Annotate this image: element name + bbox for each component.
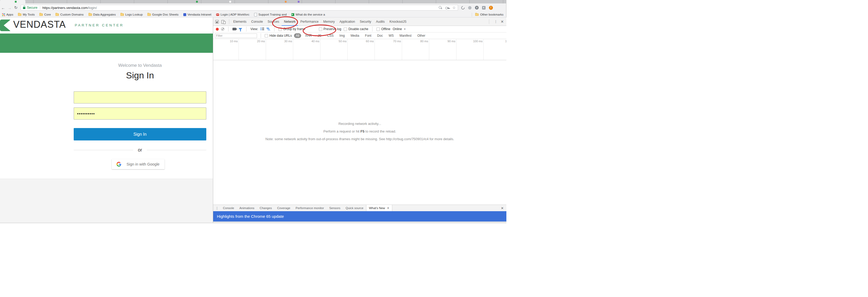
drawer-close-icon[interactable]: ✕ [501,206,504,210]
folder-icon [39,13,43,16]
throttling-dropdown[interactable]: Online▼ [393,27,406,31]
secure-label: Secure [27,6,37,9]
zoom-icon[interactable] [438,6,442,9]
devtools-menu-icon[interactable]: ⋮ [494,20,497,24]
bookmark-label: Support Training and [258,13,287,16]
bookmark-label: Apps [6,13,13,16]
drawer-tab-console[interactable]: Console [220,205,237,211]
drawer-tab-coverage[interactable]: Coverage [275,205,293,211]
browser-tab-strip[interactable] [0,0,506,3]
drawer-tab-changes[interactable]: Changes [257,205,275,211]
large-rows-icon[interactable] [260,28,264,31]
drawer-tab-animations[interactable]: Animations [237,205,257,211]
toolbar-divider [274,27,275,31]
filter-pill-img[interactable]: Img [338,33,347,38]
tab-security[interactable]: Security [358,18,373,26]
tab-audits[interactable]: Audits [373,18,387,26]
bookmark-label: My Tools [23,13,35,16]
drawer-tab-quick-source[interactable]: Quick source [343,205,366,211]
brand-name: VENDASTA [13,19,66,30]
filter-pill-media[interactable]: Media [349,33,361,38]
password-key-icon[interactable] [445,6,449,9]
bookmark-adp-login[interactable]: ADPLogin | ADP Workforc [216,13,249,16]
record-icon[interactable] [216,28,219,31]
ruler-tick: 10 ms [213,39,239,60]
drawer-menu-icon[interactable]: ⋮ [215,206,219,210]
drawer-tab-performance-monitor[interactable]: Performance monitor [293,205,327,211]
profile-avatar[interactable]: ! [489,6,493,10]
filter-pill-ws[interactable]: WS [387,33,396,38]
filter-pill-other[interactable]: Other [415,33,427,38]
ruler-tick: 90 ms [429,39,457,60]
folder-icon [18,13,21,16]
bookmark-apps[interactable]: Apps [2,13,13,16]
overview-icon[interactable] [267,28,270,31]
vendasta-extension-icon[interactable]: V [475,6,478,9]
address-bar[interactable]: Secure https://partners.vendasta.com /lo… [21,5,458,10]
devtools-panel: Elements Console Sources Network Perform… [213,18,506,223]
device-toolbar-icon[interactable] [221,19,226,24]
bookmark-label: Custom Domains [60,13,84,16]
filter-input[interactable] [215,34,257,38]
bookmark-my-tools[interactable]: My Tools [18,13,35,16]
browser-toolbar: ← → ↻ Secure https://partners.vendasta.c… [0,3,506,12]
gray-extension-icon[interactable] [468,6,471,9]
tab-console[interactable]: Console [249,18,265,26]
clear-icon[interactable] [221,28,224,31]
filter-pill-manifest[interactable]: Manifest [398,33,413,38]
k-extension-icon[interactable]: K [482,6,486,9]
filter-pill-doc[interactable]: Doc [375,33,384,38]
drawer-tab-sensors[interactable]: Sensors [327,205,343,211]
f5-key-label: F5 [361,129,365,133]
active-browser-tab[interactable] [0,0,25,3]
offline-checkbox[interactable]: Offline [376,27,390,31]
inspect-element-icon[interactable] [215,19,219,24]
bookmark-label: Logs Lookup [125,13,143,16]
or-divider: or [74,147,206,153]
tab-elements[interactable]: Elements [231,18,249,26]
screenshot-capture-icon[interactable] [232,28,236,30]
hide-data-urls-checkbox[interactable]: Hide data URLs [265,34,292,37]
bookmark-custom-domains[interactable]: Custom Domains [56,13,84,16]
secure-lock-icon [23,7,25,9]
email-field[interactable] [74,91,206,103]
filter-pill-font[interactable]: Font [363,33,373,38]
toolbar-divider [489,19,489,24]
bookmark-what-do-the-service[interactable]: What do the service a [291,13,325,16]
disable-cache-checkbox[interactable]: Disable cache [344,27,368,31]
filter-pill-all[interactable]: All [294,33,301,38]
password-field[interactable] [74,107,206,120]
bookmark-star-icon[interactable]: ☆ [452,6,456,9]
tab-application[interactable]: Application [337,18,358,26]
signin-title: Sign In [74,70,206,80]
toolbar-divider [228,27,228,31]
devtools-close-icon[interactable]: ✕ [501,20,504,24]
toolbar-divider [261,33,261,38]
browser-window: ← → ↻ Secure https://partners.vendasta.c… [0,0,506,223]
back-icon[interactable]: ← [0,5,6,10]
sync-extension-icon[interactable] [460,5,465,10]
filter-funnel-icon[interactable] [239,28,242,30]
bookmark-support-training[interactable]: Support Training and [254,13,287,16]
bookmark-core[interactable]: Core [39,13,51,16]
vendasta-login-page: VENDASTA PARTNER CENTER Welcome to Venda… [0,18,213,223]
other-bookmarks[interactable]: Other bookmarks [472,13,503,16]
bookmark-google-doc-sheets[interactable]: Google Doc Sheets [147,13,179,16]
network-timeline-ruler: 10 ms 20 ms 30 ms 40 ms 50 ms 60 ms 70 m… [213,39,506,60]
whats-new-banner[interactable]: Highlights from the Chrome 65 update [213,211,506,222]
welcome-text: Welcome to Vendasta [74,63,206,68]
throttling-value: Online [393,27,402,31]
drawer-bottom-strip [213,222,506,223]
page-footer-area [0,179,213,223]
drawer-tab-whats-new[interactable]: What's New ✕ [366,205,392,211]
tab-knockoutjs[interactable]: KnockoutJS [387,18,409,26]
bookmark-vendasta-intranet[interactable]: Vendasta Intranet [183,13,211,16]
forward-icon[interactable]: → [6,5,13,10]
reload-icon[interactable]: ↻ [13,5,19,10]
folder-icon [147,13,151,16]
bookmark-logs-lookup[interactable]: Logs Lookup [120,13,143,16]
google-sign-in-button[interactable]: Sign in with Google [112,159,164,169]
close-icon[interactable]: ✕ [387,206,390,210]
sign-in-button[interactable]: Sign In [74,128,206,140]
bookmark-data-aggregates[interactable]: Data Aggregates [89,13,116,16]
